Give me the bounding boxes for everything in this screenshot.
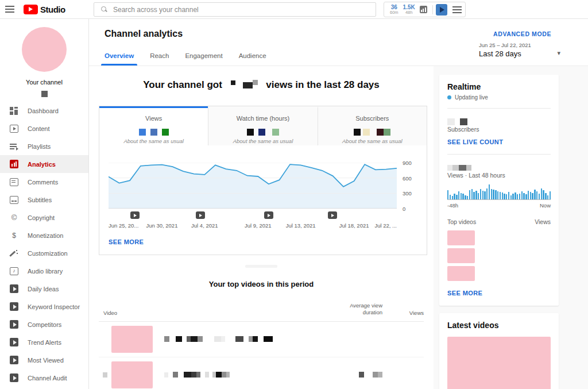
sidebar-item-label: Keyword Inspector bbox=[28, 303, 80, 310]
sidebar-item-playlists[interactable]: Playlists bbox=[0, 137, 88, 155]
x-tick-label: Jul 13, 2021 bbox=[286, 222, 316, 229]
sidebar-item-comments[interactable]: Comments bbox=[0, 173, 88, 191]
menu-icon[interactable] bbox=[5, 6, 14, 13]
video-thumbnail bbox=[111, 361, 153, 388]
video-upload-marker-icon[interactable] bbox=[264, 211, 273, 219]
see-more-link[interactable]: SEE MORE bbox=[109, 238, 144, 245]
table-row[interactable] bbox=[99, 357, 424, 389]
metric-trend-note: About the same as usual bbox=[99, 138, 208, 144]
avg-view-duration-cell bbox=[328, 372, 382, 378]
metric-tab-watch-time-hours-[interactable]: Watch time (hours)About the same as usua… bbox=[208, 106, 317, 145]
sidebar-item-most-viewed[interactable]: Most Viewed bbox=[0, 351, 88, 369]
latest-videos-card: Latest videos First 4 days 7 hours compa… bbox=[439, 313, 559, 389]
sidebar-item-customization[interactable]: Customization bbox=[0, 244, 88, 262]
search-input[interactable] bbox=[113, 6, 376, 14]
sidebar-item-competitors[interactable]: Competitors bbox=[0, 315, 88, 333]
video-title-redacted bbox=[164, 372, 328, 378]
tab-overview[interactable]: Overview bbox=[96, 46, 142, 66]
realtime-top-videos-list bbox=[447, 230, 551, 281]
headline: Your channel got views in the last 28 da… bbox=[89, 79, 434, 91]
stat-unit: 60m bbox=[390, 10, 399, 15]
sidebar-item-content[interactable]: Content bbox=[0, 120, 88, 137]
video-upload-marker-icon[interactable] bbox=[196, 211, 205, 219]
views-count-redacted bbox=[447, 162, 551, 169]
see-more-link[interactable]: SEE MORE bbox=[447, 290, 482, 296]
metric-tab-subscribers[interactable]: SubscribersAbout the same as usual bbox=[318, 106, 427, 145]
youtube-studio-logo[interactable]: Studio bbox=[24, 5, 65, 14]
sidebar-item-label: Daily Ideas bbox=[28, 286, 59, 292]
video-thumbnail[interactable] bbox=[447, 230, 475, 245]
sidebar-item-monetization[interactable]: $Monetization bbox=[0, 226, 88, 244]
sidebar-item-label: Dashboard bbox=[28, 107, 59, 114]
redacted-bar bbox=[245, 265, 277, 268]
realtime-bar-chart[interactable] bbox=[447, 184, 551, 200]
video-upload-marker-icon[interactable] bbox=[328, 211, 337, 219]
date-period: Last 28 days bbox=[479, 49, 552, 58]
y-axis-labels: 9006003000 bbox=[397, 163, 417, 209]
headline-views-redacted bbox=[231, 82, 258, 88]
tab-reach[interactable]: Reach bbox=[142, 46, 177, 66]
extension-stat-subs[interactable]: 1.5K 48h bbox=[403, 4, 415, 15]
tab-audience[interactable]: Audience bbox=[231, 46, 274, 66]
views-area-chart[interactable] bbox=[109, 163, 397, 209]
sidebar-item-copyright[interactable]: ©Copyright bbox=[0, 209, 88, 226]
see-live-count-link[interactable]: SEE LIVE COUNT bbox=[447, 138, 503, 145]
video-upload-marker-icon[interactable] bbox=[130, 211, 140, 219]
top-videos-table: Video Average view duration Views bbox=[99, 302, 424, 389]
video-thumbnail[interactable] bbox=[447, 266, 475, 281]
views-48h-label: Views · Last 48 hours bbox=[447, 172, 551, 179]
tab-engagement[interactable]: Engagement bbox=[177, 46, 230, 66]
metric-value-redacted bbox=[318, 126, 427, 133]
channel-avatar[interactable] bbox=[22, 27, 67, 72]
chevron-down-icon: ▾ bbox=[557, 49, 560, 57]
comments-icon bbox=[10, 178, 18, 186]
axis-left-label: -48h bbox=[447, 202, 458, 209]
sidebar-item-trend-alerts[interactable]: Trend Alerts bbox=[0, 333, 88, 351]
top-bar: Studio 36 60m 1.5K 48h bbox=[0, 0, 588, 19]
metric-label: Views bbox=[99, 115, 208, 122]
sidebar-item-dashboard[interactable]: Dashboard bbox=[0, 102, 88, 120]
metric-value-redacted bbox=[99, 126, 208, 133]
metric-tab-views[interactable]: ViewsAbout the same as usual bbox=[99, 106, 208, 145]
sidebar-item-audio-library[interactable]: ♪Audio library bbox=[0, 262, 88, 280]
divider bbox=[447, 154, 551, 155]
latest-video-thumbnail[interactable] bbox=[447, 337, 551, 389]
vidiq-icon bbox=[10, 284, 18, 293]
rank-cell bbox=[99, 372, 111, 378]
sidebar-item-daily-ideas[interactable]: Daily Ideas bbox=[0, 280, 88, 298]
table-row[interactable] bbox=[99, 322, 424, 357]
channel-label: Your channel bbox=[0, 79, 88, 86]
youtube-play-icon bbox=[24, 5, 38, 14]
column-video: Video bbox=[103, 310, 117, 316]
analytics-header: Channel analytics ADVANCED MODE Overview… bbox=[89, 19, 588, 66]
sidebar-nav: DashboardContentPlaylistsAnalyticsCommen… bbox=[0, 102, 88, 387]
search-box bbox=[94, 2, 376, 17]
sidebar-item-label: Content bbox=[28, 125, 50, 132]
latest-videos-title: Latest videos bbox=[447, 321, 551, 330]
sidebar-item-label: Trend Alerts bbox=[28, 339, 61, 346]
vidiq-icon bbox=[10, 320, 18, 329]
divider bbox=[447, 108, 551, 109]
sidebar-item-channel-audit[interactable]: Channel Audit bbox=[0, 369, 88, 387]
analytics-tabs: OverviewReachEngagementAudience bbox=[96, 46, 274, 66]
metric-tabs: ViewsAbout the same as usualWatch time (… bbox=[99, 106, 427, 145]
mini-chart-icon[interactable] bbox=[420, 6, 427, 13]
realtime-title: Realtime bbox=[447, 82, 551, 91]
vidiq-icon[interactable] bbox=[436, 4, 447, 16]
dashboard-icon bbox=[10, 107, 18, 115]
table-header: Video Average view duration Views bbox=[99, 302, 424, 322]
sidebar-item-keyword-inspector[interactable]: Keyword Inspector bbox=[0, 298, 88, 315]
sidebar-item-label: Competitors bbox=[28, 321, 61, 328]
subtitles-icon bbox=[10, 196, 18, 204]
video-thumbnail[interactable] bbox=[447, 248, 475, 263]
extension-stat-views[interactable]: 36 60m bbox=[390, 4, 399, 15]
sidebar-item-analytics[interactable]: Analytics bbox=[0, 155, 88, 173]
sidebar-item-label: Audio library bbox=[28, 268, 63, 275]
sidebar-item-subtitles[interactable]: Subtitles bbox=[0, 191, 88, 209]
extension-menu-icon[interactable] bbox=[452, 6, 462, 13]
date-range-picker[interactable]: Jun 25 – Jul 22, 2021 Last 28 days ▾ bbox=[479, 42, 552, 58]
x-tick-label: Jul 18, 2021 bbox=[339, 222, 369, 229]
vidiq-icon bbox=[10, 356, 18, 364]
realtime-top-videos-header: Top videos Views bbox=[447, 218, 551, 225]
advanced-mode-link[interactable]: ADVANCED MODE bbox=[493, 30, 551, 37]
